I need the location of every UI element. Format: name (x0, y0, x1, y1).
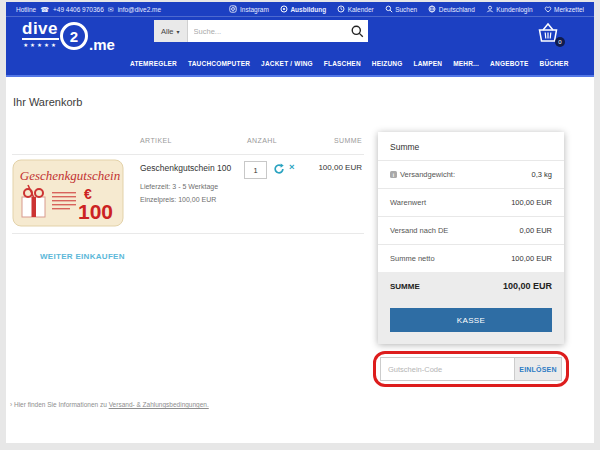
nav-item-jacket-wing[interactable]: JACKET / WING (261, 60, 313, 67)
summary-value: 0,3 kg (532, 170, 552, 179)
logo-word: dive (22, 20, 59, 40)
cart-count-badge: 0 (555, 37, 565, 47)
site-logo[interactable]: dive ★★★★★ 2 .me (22, 20, 115, 53)
nav-item-heizung[interactable]: HEIZUNG (372, 60, 403, 67)
shipping-note-text: › Hier finden Sie Informationen zu (10, 401, 109, 408)
topbar-contact: Hotline ☎ +49 4406 970366 ✉ info@dive2.m… (16, 6, 161, 13)
info-icon: i (390, 171, 397, 178)
voucher-code-row: EINLÖSEN (380, 357, 562, 381)
search-bar: Alle ▾ (154, 20, 368, 42)
summary-label: Versand nach DE (390, 226, 448, 235)
email-link[interactable]: info@dive2.me (118, 6, 161, 13)
voucher-amount: 100 (78, 200, 113, 223)
product-unit-price: Einzelpreis: 100,00 EUR (140, 196, 216, 203)
cart-button[interactable]: 0 (536, 22, 560, 44)
summary-row-goods-value: Warenwert 100,00 EUR (378, 189, 564, 217)
browser-viewport: Hotline ☎ +49 4406 970366 ✉ info@dive2.m… (6, 2, 594, 443)
main-navigation: ATEMREGLER TAUCHCOMPUTER JACKET / WING F… (130, 60, 569, 67)
logo-word-block: dive ★★★★★ (22, 20, 59, 48)
topbar-link-kundenlogin[interactable]: Kundenlogin (486, 5, 533, 13)
topbar-link-deutschland[interactable]: Deutschland (428, 5, 475, 13)
summary-label: Versandgewicht: (400, 170, 455, 179)
topbar-link-ausbildung[interactable]: Ausbildung (280, 5, 326, 13)
hotline-label: Hotline (16, 6, 36, 13)
header-main-row: dive ★★★★★ 2 .me Alle ▾ (6, 17, 594, 74)
topbar-link-merkzettel[interactable]: Merkzettel (544, 5, 584, 13)
column-header-summe: SUMME (6, 137, 362, 144)
grand-total-label: SUMME (390, 282, 420, 291)
cart-page: Ihr Warenkorb ARTIKEL ANZAHL SUMME Gesch… (6, 79, 594, 443)
instagram-icon (229, 5, 237, 13)
search-category-dropdown[interactable]: Alle ▾ (154, 20, 188, 42)
continue-shopping-link[interactable]: WEITER EINKAUFEN (40, 252, 125, 261)
search-submit-button[interactable] (346, 20, 368, 42)
summary-label: Summe netto (390, 254, 435, 263)
logo-tld: .me (89, 36, 115, 53)
phone-icon: ☎ (40, 6, 49, 13)
nav-item-atemregler[interactable]: ATEMREGLER (130, 60, 177, 67)
table-divider-top (12, 154, 364, 155)
page-title: Ihr Warenkorb (13, 96, 82, 108)
chevron-down-icon: ▾ (177, 28, 180, 35)
product-line-total: 100,00 EUR (6, 163, 362, 172)
topbar-link-kalender[interactable]: Kalender (337, 5, 374, 13)
summary-value: 100,00 EUR (511, 254, 552, 263)
shipping-terms-link[interactable]: Versand- & Zahlungsbedingungen. (109, 401, 209, 408)
nav-item-lampen[interactable]: LAMPEN (413, 60, 442, 67)
training-badge-icon (280, 5, 288, 13)
summary-grand-total-row: SUMME 100,00 EUR (378, 272, 564, 300)
nav-item-mehr[interactable]: MEHR... (453, 60, 479, 67)
grand-total-value: 100,00 EUR (503, 281, 552, 291)
logo-stars: ★★★★★ (22, 42, 59, 48)
email-icon: ✉ (108, 6, 114, 13)
voucher-code-input[interactable] (380, 357, 514, 381)
shipping-info-note: › Hier finden Sie Informationen zu Versa… (10, 401, 209, 408)
site-header: Hotline ☎ +49 4406 970366 ✉ info@dive2.m… (6, 2, 594, 77)
summary-row-shipping: Versand nach DE 0,00 EUR (378, 217, 564, 245)
nav-item-tauchcomputer[interactable]: TAUCHCOMPUTER (188, 60, 250, 67)
summary-value: 0,00 EUR (519, 226, 552, 235)
summary-row-net-total: Summe netto 100,00 EUR (378, 245, 564, 272)
search-icon (385, 5, 393, 13)
summary-label: Warenwert (390, 198, 426, 207)
user-icon (486, 5, 494, 13)
product-delivery-time: Lieferzeit: 3 - 5 Werktage (140, 183, 218, 190)
nav-item-buecher[interactable]: BÜCHER (540, 60, 569, 67)
nav-item-angebote[interactable]: ANGEBOTE (490, 60, 528, 67)
table-divider-bottom (12, 233, 364, 234)
summary-title: Summe (378, 132, 564, 161)
search-category-value: Alle (161, 27, 174, 36)
summary-value: 100,00 EUR (511, 198, 552, 207)
calendar-icon (337, 5, 345, 13)
topbar-link-instagram[interactable]: Instagram (229, 5, 268, 13)
heart-icon (544, 5, 552, 13)
globe-icon (428, 5, 436, 13)
magnifier-icon (351, 25, 364, 38)
checkout-button[interactable]: KASSE (390, 308, 552, 332)
cart-summary-card: Summe i Versandgewicht: 0,3 kg Warenwert… (378, 132, 564, 344)
summary-row-shipping-weight: i Versandgewicht: 0,3 kg (378, 161, 564, 189)
redeem-voucher-button[interactable]: EINLÖSEN (514, 357, 562, 381)
search-input[interactable] (188, 20, 346, 42)
phone-link[interactable]: +49 4406 970366 (53, 6, 104, 13)
topbar: Hotline ☎ +49 4406 970366 ✉ info@dive2.m… (6, 2, 594, 17)
topbar-link-suchen[interactable]: Suchen (385, 5, 418, 13)
topbar-links: Instagram Ausbildung Kalender Suchen Deu… (229, 5, 584, 13)
nav-item-flaschen[interactable]: FLASCHEN (324, 60, 361, 67)
logo-number-circle: 2 (60, 22, 88, 50)
checkout-button-wrap: KASSE (378, 300, 564, 344)
